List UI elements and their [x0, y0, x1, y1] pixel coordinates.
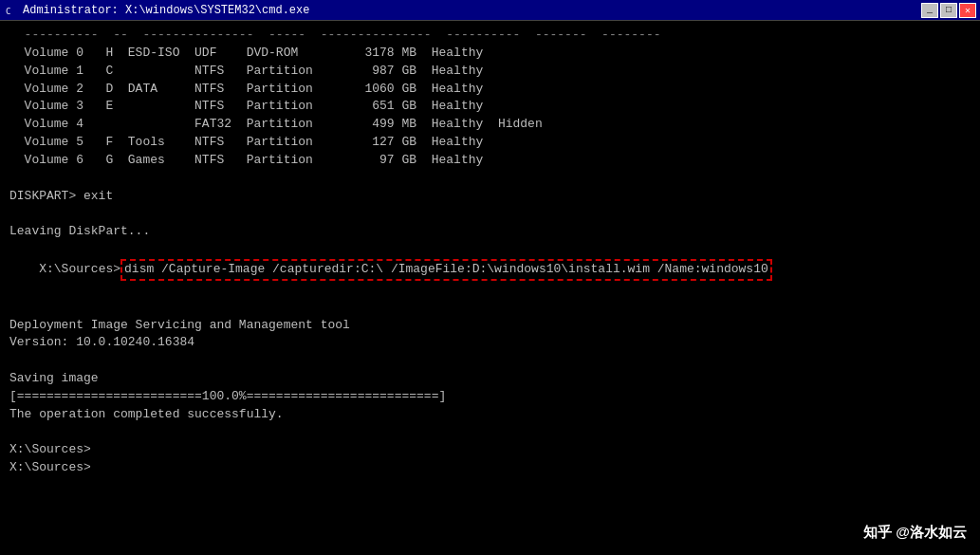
table-header-separator: ---------- -- --------------- ----- ----…	[9, 27, 971, 45]
table-row: Volume 4 FAT32 Partition 499 MB Healthy …	[9, 116, 971, 134]
blank-line-4	[9, 352, 971, 370]
blank-line-2	[9, 205, 971, 223]
volume-table: Volume 0 H ESD-ISO UDF DVD-ROM 3178 MB H…	[9, 45, 971, 170]
diskpart-exit-line: DISKPART> exit	[9, 188, 971, 206]
table-row: Volume 1 C NTFS Partition 987 GB Healthy	[9, 63, 971, 81]
minimize-button[interactable]: _	[921, 3, 938, 18]
close-button[interactable]: ✕	[959, 3, 976, 18]
titlebar-left: C Administrator: X:\windows\SYSTEM32\cmd…	[4, 4, 309, 17]
dism-version: Version: 10.0.10240.16384	[9, 334, 971, 352]
table-row: Volume 0 H ESD-ISO UDF DVD-ROM 3178 MB H…	[9, 45, 971, 63]
cmd-icon: C	[4, 4, 17, 17]
prompt-line-2: X:\Sources>	[9, 459, 971, 477]
dism-command-highlight: dism /Capture-Image /capturedir:C:\ /Ima…	[120, 259, 772, 281]
svg-text:C: C	[6, 7, 10, 16]
titlebar-buttons: _ □ ✕	[921, 3, 976, 18]
dism-tool-name: Deployment Image Servicing and Managemen…	[9, 317, 971, 335]
saving-line: Saving image	[9, 370, 971, 388]
blank-line-5	[9, 424, 971, 442]
table-row: Volume 3 E NTFS Partition 651 GB Healthy	[9, 98, 971, 116]
blank-line-1	[9, 170, 971, 188]
titlebar: C Administrator: X:\windows\SYSTEM32\cmd…	[0, 0, 980, 21]
table-row: Volume 2 D DATA NTFS Partition 1060 GB H…	[9, 81, 971, 99]
success-line: The operation completed successfully.	[9, 406, 971, 424]
terminal-body: ---------- -- --------------- ----- ----…	[0, 21, 980, 555]
watermark-text: 知乎 @洛水如云	[863, 524, 967, 542]
prompt-prefix: X:\Sources>	[39, 262, 120, 276]
progress-bar-line: [=========================100.0%========…	[9, 388, 971, 406]
table-row: Volume 6 G Games NTFS Partition 97 GB He…	[9, 152, 971, 170]
window-title: Administrator: X:\windows\SYSTEM32\cmd.e…	[23, 4, 309, 17]
dism-command-line: X:\Sources>dism /Capture-Image /captured…	[9, 241, 971, 299]
restore-button[interactable]: □	[940, 3, 957, 18]
leaving-diskpart-line: Leaving DiskPart...	[9, 223, 971, 241]
prompt-line-1: X:\Sources>	[9, 441, 971, 459]
blank-line-3	[9, 299, 971, 317]
table-row: Volume 5 F Tools NTFS Partition 127 GB H…	[9, 134, 971, 152]
